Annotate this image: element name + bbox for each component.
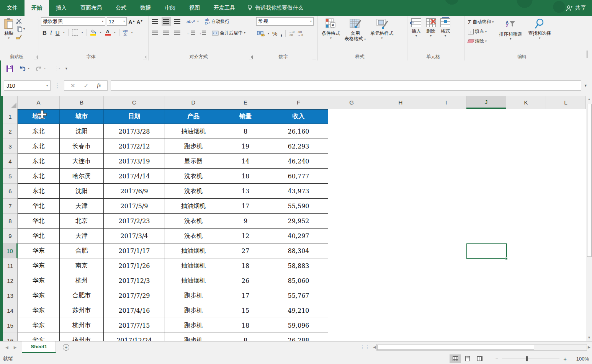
cell-F9[interactable]: 40,297 [269,229,328,243]
cell-F15[interactable]: 59,096 [269,318,328,333]
cell-F7[interactable]: 55,590 [269,199,328,214]
undo-button[interactable]: ▾ [19,65,29,72]
new-sheet-button[interactable]: + [63,344,69,351]
cell-F1[interactable]: 收入 [269,109,328,124]
cell-A5[interactable]: 东北 [18,169,60,184]
cell-E12[interactable]: 26 [222,273,269,288]
cell-E6[interactable]: 13 [222,184,269,199]
horizontal-scrollbar[interactable]: ⋮⋮ ◀ ▶ [358,341,592,353]
cell-E9[interactable]: 12 [222,229,269,243]
column-header-L[interactable]: L [546,96,586,109]
cell-D5[interactable]: 洗衣机 [165,169,222,184]
zoom-level-label[interactable]: 100% [571,356,589,362]
vertical-scroll-thumb[interactable] [587,104,592,257]
borders-dropdown[interactable]: ▾ [82,31,83,34]
comma-style-button[interactable]: , [280,29,282,38]
find-select-button[interactable]: 查找和选择▾ [526,17,553,54]
tab-开始[interactable]: 开始 [25,0,49,16]
row-header-1[interactable]: 1 [3,109,18,124]
cell-F11[interactable]: 58,883 [269,258,328,273]
alignment-dialog-launcher[interactable] [249,55,253,59]
cell-A16[interactable]: 华东 [18,333,60,341]
cell-B6[interactable]: 沈阳 [60,184,104,199]
cell-E10[interactable]: 27 [222,243,269,258]
cell-D12[interactable]: 抽油烟机 [165,273,222,288]
cell-F16[interactable]: 26,288 [269,333,328,341]
cell-C10[interactable]: 2017/1/17 [104,243,165,258]
normal-view-button[interactable] [450,354,461,363]
row-header-15[interactable]: 15 [3,318,18,333]
redo-button[interactable]: ▾ [35,65,46,72]
cell-E5[interactable]: 18 [222,169,269,184]
fill-color-dropdown[interactable]: ▾ [100,31,101,34]
scroll-up-arrow[interactable]: ▲ [587,96,591,103]
phonetic-guide-button[interactable]: wén文 [123,29,128,36]
enter-icon[interactable]: ✓ [84,82,89,89]
column-header-F[interactable]: F [269,96,328,109]
row-header-11[interactable]: 11 [3,258,18,273]
font-name-combo[interactable]: 微软雅黑▾ [41,17,105,26]
cell-D7[interactable]: 抽油烟机 [165,199,222,214]
copy-button[interactable]: ▾ [16,26,26,32]
zoom-out-button[interactable]: − [496,356,499,362]
orientation-dropdown[interactable]: ▾ [197,20,199,23]
increase-indent-icon[interactable]: → [197,29,206,37]
share-button[interactable]: 共享 [560,0,592,16]
cell-B16[interactable]: 扬州市 [60,333,104,341]
cell-E2[interactable]: 8 [222,124,269,139]
cell-B9[interactable]: 天津 [60,229,104,243]
cell-D6[interactable]: 洗衣机 [165,184,222,199]
scroll-down-arrow[interactable]: ▼ [587,335,591,341]
phonetic-dropdown[interactable]: ▾ [131,31,133,34]
zoom-in-button[interactable]: + [563,356,567,362]
align-right-icon[interactable] [173,29,182,37]
row-header-7[interactable]: 7 [3,199,18,214]
page-break-view-button[interactable] [474,354,486,363]
cell-A10[interactable]: 华东 [18,243,60,258]
cell-F2[interactable]: 26,160 [269,124,328,139]
tab-文件[interactable]: 文件 [0,0,25,16]
cell-C4[interactable]: 2017/3/19 [104,154,165,169]
number-format-combo[interactable]: 常规▾ [256,17,314,26]
cell-F6[interactable]: 43,973 [269,184,328,199]
cell-D4[interactable]: 显示器 [165,154,222,169]
font-color-button[interactable]: A [105,29,111,36]
insert-cells-button[interactable]: 插入▾ [409,17,423,54]
sort-filter-button[interactable]: AZ 排序和筛选▾ [497,17,524,54]
column-header-J[interactable]: J [466,96,506,109]
cell-D3[interactable]: 跑步机 [165,139,222,154]
accounting-format-button[interactable] [257,31,265,36]
row-header-10[interactable]: 10 [3,243,18,258]
accounting-dropdown[interactable]: ▾ [268,33,269,35]
row-header-2[interactable]: 2 [3,124,18,139]
cell-A13[interactable]: 华东 [18,288,60,303]
cell-D10[interactable]: 抽油烟机 [165,243,222,258]
cell-C11[interactable]: 2017/1/26 [104,258,165,273]
expand-formula-bar-icon[interactable]: ▾ [581,83,590,88]
format-as-table-button[interactable]: 套用表格格式 ▾ [343,17,368,54]
autosum-button[interactable]: Σ自动求和▾ [467,18,495,26]
cell-C5[interactable]: 2017/4/14 [104,169,165,184]
cell-B14[interactable]: 苏州市 [60,303,104,318]
cell-B12[interactable]: 杭州 [60,273,104,288]
cell-C13[interactable]: 2017/7/29 [104,288,165,303]
clipboard-dialog-launcher[interactable] [34,55,38,59]
tab-审阅[interactable]: 审阅 [158,0,182,16]
number-dialog-launcher[interactable] [312,55,316,59]
font-color-dropdown[interactable]: ▾ [114,31,116,34]
cell-C6[interactable]: 2017/6/9 [104,184,165,199]
cell-C8[interactable]: 2017/2/23 [104,214,165,229]
name-box[interactable]: J10▾ [4,80,51,91]
sheet-nav-right-icon[interactable]: ▶ [14,345,17,349]
conditional-formatting-button[interactable]: ≠ 条件格式▾ [320,17,342,54]
qat-disabled-button[interactable]: ▾ [51,66,60,71]
row-header-12[interactable]: 12 [3,273,18,288]
cell-C15[interactable]: 2017/7/15 [104,318,165,333]
cell-E15[interactable]: 18 [222,318,269,333]
align-center-icon[interactable] [162,29,171,37]
cell-B8[interactable]: 北京 [60,214,104,229]
cell-D8[interactable]: 洗衣机 [165,214,222,229]
cell-B2[interactable]: 沈阳 [60,124,104,139]
insert-function-icon[interactable]: fx [97,82,101,89]
cell-C16[interactable]: 2017/12/24 [104,333,165,341]
